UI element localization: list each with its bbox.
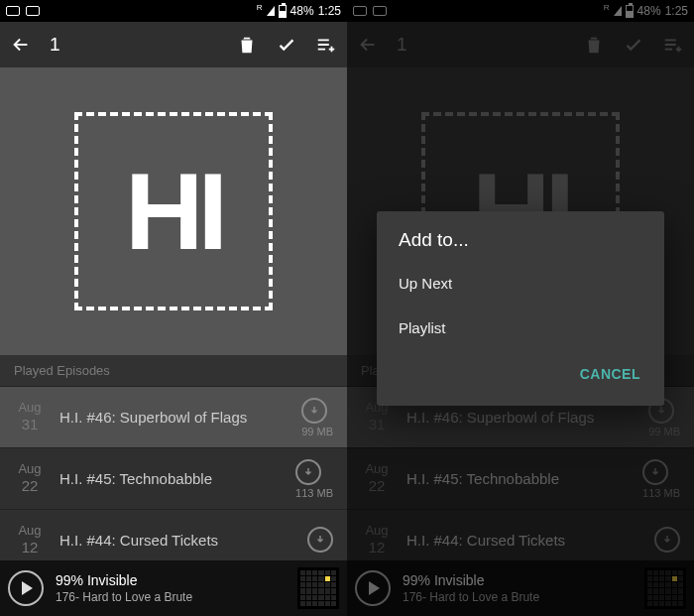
episode-title: H.I. #45: Technobabble: [59, 470, 286, 487]
episode-row[interactable]: Aug 22 H.I. #45: Technobabble 113 MB: [0, 447, 347, 509]
download-button[interactable]: [307, 527, 333, 554]
episode-size: 99 MB: [301, 426, 333, 437]
episode-date: Aug 31: [10, 400, 50, 434]
download-button[interactable]: 113 MB: [295, 459, 333, 499]
dialog-option-up-next[interactable]: Up Next: [377, 261, 664, 306]
download-icon: [307, 527, 333, 553]
now-playing-artwork: [297, 567, 339, 609]
play-button[interactable]: [8, 570, 44, 606]
phone-right: R 48% 1:25 1 HI: [347, 0, 694, 616]
episode-row[interactable]: Aug 31 H.I. #46: Superbowl of Flags 99 M…: [0, 386, 347, 447]
now-playing-episode: 176- Hard to Love a Brute: [56, 590, 192, 604]
podcast-logo-text: HI: [125, 157, 222, 266]
episode-size: 113 MB: [295, 487, 333, 499]
dialog-title: Add to...: [377, 229, 664, 261]
play-icon: [22, 581, 33, 595]
download-button[interactable]: 99 MB: [301, 398, 333, 437]
notif-icon: [6, 6, 20, 16]
battery-pct: 48%: [290, 4, 314, 18]
now-playing-show: 99% Invisible: [56, 572, 192, 588]
episode-date: Aug 12: [10, 523, 50, 557]
dialog-option-playlist[interactable]: Playlist: [377, 306, 664, 350]
cancel-button[interactable]: CANCEL: [570, 358, 650, 390]
add-to-playlist-icon[interactable]: [315, 34, 337, 56]
signal-icon: [267, 6, 275, 16]
episode-list: Aug 31 H.I. #46: Superbowl of Flags 99 M…: [0, 386, 347, 570]
episode-title: H.I. #46: Superbowl of Flags: [59, 409, 291, 426]
podcast-artwork: HI: [74, 112, 273, 310]
battery-icon: [279, 5, 287, 18]
phone-left: R 48% 1:25 1 HI: [0, 0, 347, 616]
download-icon: [301, 398, 327, 424]
notif-icon: [26, 6, 40, 16]
episode-date: Aug 22: [10, 461, 50, 496]
add-to-dialog: Add to... Up Next Playlist CANCEL: [377, 211, 664, 406]
check-icon[interactable]: [276, 34, 297, 56]
net-indicator: R: [257, 3, 263, 12]
selection-count: 1: [50, 34, 60, 56]
download-icon: [295, 459, 321, 485]
now-playing-bar[interactable]: 99% Invisible 176- Hard to Love a Brute: [0, 560, 347, 616]
now-playing-text: 99% Invisible 176- Hard to Love a Brute: [56, 572, 192, 604]
episode-title: H.I. #44: Cursed Tickets: [59, 532, 297, 549]
podcast-hero: HI: [0, 67, 347, 355]
status-bar: R 48% 1:25: [0, 0, 347, 22]
section-header-played: Played Episodes: [0, 355, 347, 386]
back-icon[interactable]: [10, 34, 32, 56]
trash-icon[interactable]: [236, 34, 258, 56]
selection-action-bar: 1: [0, 22, 347, 67]
clock: 1:25: [318, 4, 341, 18]
